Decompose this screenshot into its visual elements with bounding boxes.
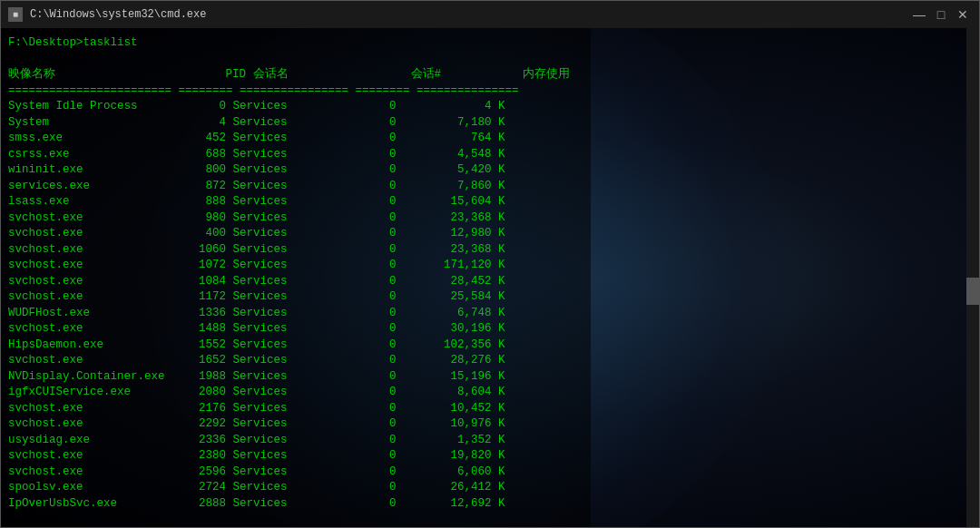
title-bar: ■ C:\Windows\system32\cmd.exe — □ ✕: [1, 1, 979, 28]
cmd-icon: ■: [8, 7, 23, 22]
content-area: F:\Desktop>tasklist 映像名称 PID 会话名 会话# 内存使…: [1, 28, 979, 527]
maximize-button[interactable]: □: [932, 5, 950, 24]
close-button[interactable]: ✕: [954, 5, 972, 24]
title-bar-left: ■ C:\Windows\system32\cmd.exe: [8, 7, 206, 22]
cmd-window: ■ C:\Windows\system32\cmd.exe — □ ✕ F:\D…: [0, 0, 980, 528]
window-title: C:\Windows\system32\cmd.exe: [30, 8, 206, 21]
window-controls: — □ ✕: [910, 5, 972, 24]
terminal-text: F:\Desktop>tasklist 映像名称 PID 会话名 会话# 内存使…: [8, 35, 587, 512]
scrollbar[interactable]: [966, 28, 979, 527]
terminal-output[interactable]: F:\Desktop>tasklist 映像名称 PID 会话名 会话# 内存使…: [1, 28, 591, 527]
minimize-button[interactable]: —: [910, 5, 928, 24]
scrollbar-thumb[interactable]: [966, 278, 979, 305]
